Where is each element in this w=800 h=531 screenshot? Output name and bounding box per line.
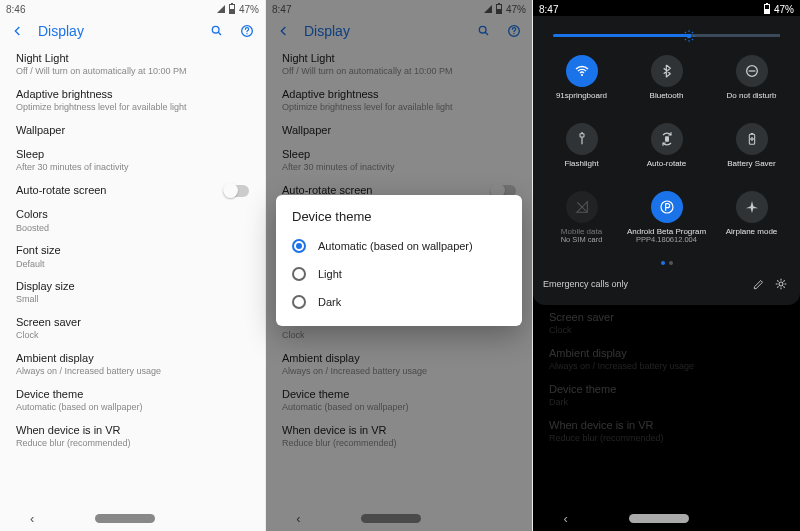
qs-tile-label: Mobile dataNo SIM card	[561, 227, 603, 245]
settings-item-subtitle: Reduce blur (recommended)	[16, 438, 249, 449]
panel-quick-settings-dark: 8:47 47% 91springboardBluetoothDo not di…	[533, 0, 800, 531]
settings-item[interactable]: Auto-rotate screen	[4, 178, 261, 202]
settings-list-peek: Screen saverClockAmbient displayAlways o…	[533, 305, 800, 449]
settings-item[interactable]: SleepAfter 30 minutes of inactivity	[4, 142, 261, 178]
settings-item[interactable]: Ambient displayAlways on / Increased bat…	[4, 346, 261, 382]
nav-home[interactable]	[95, 514, 155, 523]
edit-tiles-button[interactable]	[750, 275, 768, 293]
auto-rotate-switch[interactable]	[223, 185, 249, 197]
qs-tile-label: Do not disturb	[727, 91, 777, 109]
theme-option[interactable]: Light	[286, 260, 512, 288]
settings-item-subtitle: After 30 minutes of inactivity	[16, 162, 249, 173]
settings-item-subtitle: Boosted	[16, 223, 249, 234]
back-button[interactable]	[8, 21, 28, 41]
settings-item[interactable]: Device themeAutomatic (based on wallpape…	[4, 382, 261, 418]
settings-button[interactable]	[772, 275, 790, 293]
radio-button[interactable]	[292, 295, 306, 309]
radio-button[interactable]	[292, 267, 306, 281]
status-bar: 8:47 47%	[533, 0, 800, 16]
settings-item-title: Display size	[16, 280, 249, 293]
panel-display-settings-light: 8:46 47% Display Night LightOff / Will t…	[0, 0, 266, 531]
qs-tile-do-not-disturb[interactable]: Do not disturb	[709, 49, 794, 111]
qs-tile-label: Airplane mode	[726, 227, 778, 245]
settings-item[interactable]: ColorsBoosted	[4, 202, 261, 238]
qs-tile-label: Android Beta ProgramPPP4.180612.004	[627, 227, 706, 245]
settings-item-title: Colors	[16, 208, 249, 221]
settings-item-title: Sleep	[16, 148, 249, 161]
brightness-slider[interactable]	[553, 34, 780, 37]
qs-tile-android-beta[interactable]: Android Beta ProgramPPP4.180612.004	[624, 185, 709, 247]
qs-tile-battery-saver[interactable]: Battery Saver	[709, 117, 794, 179]
status-time: 8:46	[6, 4, 25, 15]
settings-item-subtitle: Always on / Increased battery usage	[16, 366, 249, 377]
theme-option[interactable]: Automatic (based on wallpaper)	[286, 232, 512, 260]
settings-item-subtitle: Optimize brightness level for available …	[16, 102, 249, 113]
battery-saver-icon	[736, 123, 768, 155]
settings-item-title: Night Light	[16, 52, 249, 65]
signal-icon	[217, 5, 225, 13]
radio-button[interactable]	[292, 239, 306, 253]
qs-tile-flashlight[interactable]: Flashlight	[539, 117, 624, 179]
theme-option[interactable]: Dark	[286, 288, 512, 316]
settings-item-title: Wallpaper	[16, 124, 249, 137]
battery-percent: 47%	[774, 4, 794, 15]
settings-item: When device is in VRReduce blur (recomme…	[537, 413, 796, 449]
settings-item-subtitle: Automatic (based on wallpaper)	[16, 402, 249, 413]
wifi-icon	[566, 55, 598, 87]
brightness-thumb[interactable]	[682, 29, 696, 43]
settings-item-title: Ambient display	[16, 352, 249, 365]
settings-item[interactable]: Font sizeDefault	[4, 238, 261, 274]
theme-option-label: Dark	[318, 296, 341, 308]
battery-icon	[764, 4, 770, 14]
settings-item: Screen saverClock	[537, 305, 796, 341]
qs-footer: Emergency calls only	[533, 269, 800, 297]
battery-percent: 47%	[239, 4, 259, 15]
nav-back[interactable]: ‹	[563, 511, 567, 526]
qs-tile-label: Auto-rotate	[647, 159, 687, 177]
status-bar: 8:46 47%	[0, 0, 265, 16]
page-indicator	[533, 249, 800, 269]
settings-item-subtitle: Off / Will turn on automatically at 10:0…	[16, 66, 249, 77]
help-button[interactable]	[237, 21, 257, 41]
qs-tile-mobile-data: Mobile dataNo SIM card	[539, 185, 624, 247]
settings-item[interactable]: Night LightOff / Will turn on automatica…	[4, 46, 261, 82]
settings-list[interactable]: Night LightOff / Will turn on automatica…	[0, 46, 265, 454]
auto-rotate-icon	[651, 123, 683, 155]
settings-item[interactable]: Display sizeSmall	[4, 274, 261, 310]
battery-icon	[229, 4, 235, 14]
theme-option-label: Light	[318, 268, 342, 280]
settings-item: Device themeDark	[537, 377, 796, 413]
mobile-data-icon	[566, 191, 598, 223]
nav-bar: ‹	[0, 505, 265, 531]
qs-tile-bluetooth[interactable]: Bluetooth	[624, 49, 709, 111]
do-not-disturb-icon	[736, 55, 768, 87]
settings-item-title: Font size	[16, 244, 249, 257]
qs-tile-wifi[interactable]: 91springboard	[539, 49, 624, 111]
qs-tile-label: Flashlight	[564, 159, 598, 177]
settings-item-title: Screen saver	[16, 316, 249, 329]
settings-item-title: When device is in VR	[16, 424, 249, 437]
theme-option-label: Automatic (based on wallpaper)	[318, 240, 473, 252]
flashlight-icon	[566, 123, 598, 155]
settings-item-title: Adaptive brightness	[16, 88, 249, 101]
settings-item-subtitle: Clock	[16, 330, 249, 341]
nav-bar: ‹	[533, 505, 800, 531]
settings-item: Ambient displayAlways on / Increased bat…	[537, 341, 796, 377]
settings-item-title: Device theme	[16, 388, 249, 401]
qs-tile-airplane[interactable]: Airplane mode	[709, 185, 794, 247]
settings-item[interactable]: Wallpaper	[4, 118, 261, 142]
settings-item[interactable]: When device is in VRReduce blur (recomme…	[4, 418, 261, 454]
panel-device-theme-dialog: 8:47 47% Display Night LightOff / Will t…	[266, 0, 533, 531]
device-theme-dialog: Device theme Automatic (based on wallpap…	[276, 195, 522, 326]
airplane-icon	[736, 191, 768, 223]
qs-tile-label: Bluetooth	[650, 91, 684, 109]
qs-tile-label: 91springboard	[556, 91, 607, 109]
qs-tile-auto-rotate[interactable]: Auto-rotate	[624, 117, 709, 179]
settings-item[interactable]: Adaptive brightnessOptimize brightness l…	[4, 82, 261, 118]
quick-settings-panel: 91springboardBluetoothDo not disturbFlas…	[533, 16, 800, 305]
nav-back[interactable]: ‹	[30, 511, 34, 526]
search-button[interactable]	[207, 21, 227, 41]
nav-home[interactable]	[629, 514, 689, 523]
app-bar: Display	[0, 16, 265, 46]
settings-item[interactable]: Screen saverClock	[4, 310, 261, 346]
